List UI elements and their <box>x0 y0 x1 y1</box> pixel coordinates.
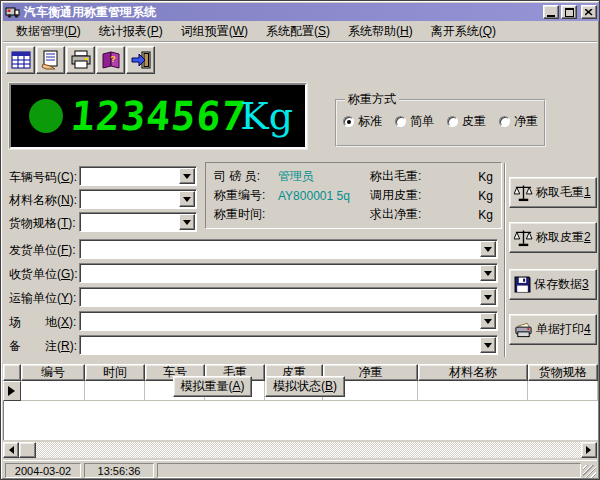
cargo-spec-combo[interactable] <box>79 212 197 232</box>
weight-unit-label: Kg <box>240 93 293 139</box>
receiver-unit-label: 收货单位(G): <box>9 266 78 283</box>
simulate-status-button[interactable]: 模拟状态(B) <box>265 376 345 397</box>
arrow-left-icon <box>5 446 14 454</box>
shipper-unit-combo[interactable] <box>79 239 498 259</box>
transport-unit-label: 运输单位(Y): <box>9 290 76 307</box>
printer-icon <box>514 321 533 338</box>
operator-label: 司 磅 员: <box>214 168 278 185</box>
vehicle-number-label: 车辆号码(C): <box>9 169 77 186</box>
table-header-material[interactable]: 材料名称 <box>418 364 528 381</box>
receiver-unit-combo[interactable] <box>79 263 498 283</box>
radio-icon <box>499 116 510 127</box>
radio-icon <box>395 116 406 127</box>
radio-icon <box>343 116 354 127</box>
status-message <box>157 463 581 478</box>
floppy-icon <box>514 276 531 293</box>
material-name-combo[interactable] <box>79 189 197 209</box>
chevron-down-icon <box>183 197 191 206</box>
menu-item-exit[interactable]: 离开系统(Q) <box>422 21 505 42</box>
print-receipt-button[interactable]: 单据打印4 <box>509 314 597 345</box>
weigh-gross-button[interactable]: 称取毛重1 <box>509 177 597 208</box>
toolbar-button-data-grid[interactable] <box>6 46 35 74</box>
close-button[interactable] <box>581 5 597 19</box>
remark-combo[interactable] <box>79 335 498 355</box>
weigh-no-label: 称重编号: <box>214 187 278 204</box>
radio-icon <box>447 116 458 127</box>
current-row-selector[interactable] <box>3 381 21 401</box>
table-header-id[interactable]: 编号 <box>21 364 85 381</box>
help-book-icon: ? <box>100 50 122 70</box>
combo-dropdown-button[interactable] <box>480 289 496 305</box>
cargo-spec-label: 货物规格(T): <box>9 215 76 232</box>
remark-label: 备 注(R): <box>9 338 77 355</box>
gross-weight-label: 称出毛重: <box>370 168 432 185</box>
minimize-icon <box>547 15 555 17</box>
chevron-down-icon <box>484 319 492 328</box>
combo-dropdown-button[interactable] <box>179 168 195 184</box>
close-icon <box>585 9 593 16</box>
combo-dropdown-button[interactable] <box>179 214 195 230</box>
weigh-no-value: AY800001 5q <box>278 189 370 203</box>
operator-value: 管理员 <box>278 168 370 185</box>
table-header-spec[interactable]: 货物规格 <box>528 364 598 381</box>
data-grid-icon <box>10 50 32 70</box>
menu-item-help[interactable]: 系统帮助(H) <box>339 21 422 42</box>
shipper-unit-label: 发货单位(F): <box>9 242 76 259</box>
radio-tare[interactable]: 皮重 <box>447 113 486 130</box>
tare-weight-label: 调用皮重: <box>370 187 432 204</box>
chevron-down-icon <box>484 271 492 280</box>
weigh-time-label: 称重时间: <box>214 206 278 223</box>
scroll-left-button[interactable] <box>3 442 19 458</box>
window-title: 汽车衡通用称重管理系统 <box>24 4 541 21</box>
menu-item-reports[interactable]: 统计报表(P) <box>90 21 172 42</box>
menu-item-config[interactable]: 系统配置(S) <box>257 21 339 42</box>
combo-dropdown-button[interactable] <box>179 191 195 207</box>
row-marker-icon <box>8 386 20 396</box>
chevron-down-icon <box>484 295 492 304</box>
chevron-down-icon <box>183 220 191 229</box>
scroll-right-button[interactable] <box>581 442 597 458</box>
resize-grip[interactable] <box>583 465 596 478</box>
site-combo[interactable] <box>79 311 498 331</box>
app-window: 汽车衡通用称重管理系统 数据管理(D) 统计报表(P) 词组预置(W) 系统配置… <box>0 0 600 480</box>
weight-readout: 1234567 <box>69 90 246 142</box>
toolbar-button-help[interactable]: ? <box>96 46 125 74</box>
maximize-icon <box>565 8 574 17</box>
combo-dropdown-button[interactable] <box>480 337 496 353</box>
material-name-label: 材料名称(N): <box>9 192 77 209</box>
combo-dropdown-button[interactable] <box>480 313 496 329</box>
maximize-button[interactable] <box>561 5 577 19</box>
menu-separator <box>3 41 597 43</box>
arrow-right-icon <box>586 446 595 454</box>
save-data-button[interactable]: 保存数据3 <box>509 269 597 300</box>
table-header-time[interactable]: 时间 <box>85 364 145 381</box>
vehicle-number-combo[interactable] <box>79 166 197 186</box>
combo-dropdown-button[interactable] <box>480 265 496 281</box>
title-bar: 汽车衡通用称重管理系统 <box>3 3 599 21</box>
toolbar-button-exit[interactable] <box>126 46 155 74</box>
scrollbar-thumb[interactable] <box>19 442 36 458</box>
weigh-mode-group: 称重方式 标准 简单 皮重 净重 <box>335 91 546 147</box>
horizontal-scrollbar[interactable] <box>3 442 597 458</box>
weigh-info-panel: 司 磅 员: 管理员 称出毛重: Kg 称重编号: AY800001 5q 调用… <box>205 162 502 229</box>
minimize-button[interactable] <box>543 5 559 19</box>
menu-item-phrases[interactable]: 词组预置(W) <box>172 21 257 42</box>
transport-unit-combo[interactable] <box>79 287 498 307</box>
menu-bar: 数据管理(D) 统计报表(P) 词组预置(W) 系统配置(S) 系统帮助(H) … <box>3 22 597 41</box>
svg-text:?: ? <box>110 54 116 64</box>
simulate-weight-button[interactable]: 模拟重量(A) <box>173 376 252 397</box>
weigh-tare-button[interactable]: 称取皮重2 <box>509 222 597 253</box>
combo-dropdown-button[interactable] <box>480 241 496 257</box>
radio-standard[interactable]: 标准 <box>343 113 382 130</box>
report-icon <box>40 50 62 70</box>
status-bar: 2004-03-02 13:56:36 <box>3 460 597 479</box>
tare-weight-unit: Kg <box>471 189 493 203</box>
status-time: 13:56:36 <box>84 463 154 478</box>
toolbar-button-print[interactable] <box>66 46 95 74</box>
radio-simple[interactable]: 简单 <box>395 113 434 130</box>
status-indicator-light <box>29 99 63 133</box>
radio-net[interactable]: 净重 <box>499 113 538 130</box>
exit-door-icon <box>130 50 152 70</box>
toolbar-button-report[interactable] <box>36 46 65 74</box>
menu-item-data[interactable]: 数据管理(D) <box>7 21 90 42</box>
